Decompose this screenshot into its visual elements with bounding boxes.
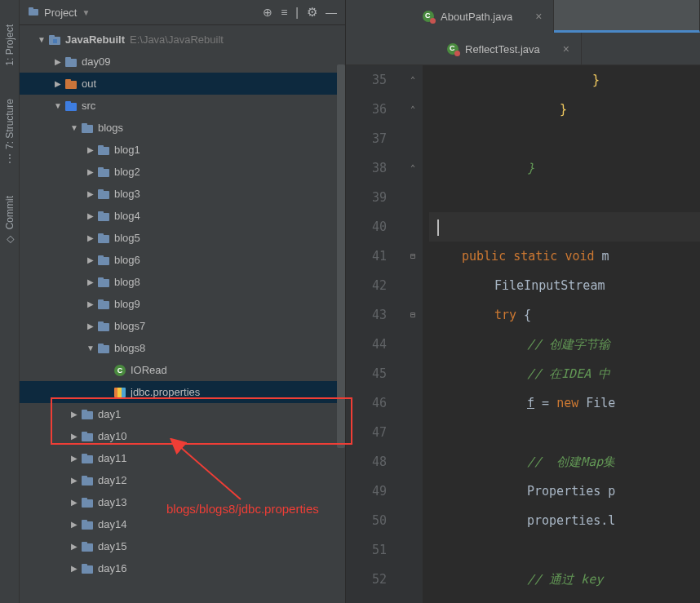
package-icon <box>80 476 95 486</box>
chevron-right-icon: ▶ <box>85 321 96 330</box>
tree-item-label: day15 <box>98 540 126 552</box>
project-view-icon <box>28 6 39 20</box>
tree-item-blog4[interactable]: ▶blog4 <box>20 205 345 227</box>
svg-rect-34 <box>82 410 87 413</box>
svg-rect-4 <box>53 39 57 43</box>
tree-item-label: blog8 <box>114 276 140 288</box>
tree-item-blog9[interactable]: ▶blog9 <box>20 293 345 315</box>
chevron-down-icon: ▼ <box>69 123 80 132</box>
tree-item-day1[interactable]: ▶day1 <box>20 403 345 425</box>
line-number: 49 <box>346 477 387 506</box>
tree-item-day12[interactable]: ▶day12 <box>20 469 345 491</box>
expand-all-icon[interactable]: ≡ <box>281 6 287 19</box>
package-icon <box>80 454 95 463</box>
tree-item-day13[interactable]: ▶day13 <box>20 491 345 513</box>
svg-rect-28 <box>98 299 104 303</box>
code-line: FileInputStream <box>429 271 700 300</box>
tree-item-label: out <box>82 78 96 90</box>
svg-rect-30 <box>98 321 104 325</box>
tree-item-blogs8[interactable]: ▼blogs8 <box>20 337 345 359</box>
tree-item-label: blog9 <box>114 298 140 310</box>
line-number: 40 <box>346 212 387 242</box>
code-line <box>429 418 700 447</box>
tree-root[interactable]: ▼ JavaRebuilt E:\Java\JavaRebuilt <box>20 29 345 51</box>
package-icon <box>80 410 95 419</box>
tree-item-day14[interactable]: ▶day14 <box>20 513 345 535</box>
svg-rect-8 <box>65 79 71 82</box>
code-line <box>429 183 700 212</box>
fold-open-icon[interactable]: ⊟ <box>403 300 423 330</box>
tree-item-label: blog4 <box>114 210 140 222</box>
code-editor[interactable]: 35 36 37 38 39 40 41 42 43 44 45 46 47 4… <box>346 65 700 603</box>
tree-item-blogs7[interactable]: ▶blogs7 <box>20 315 345 337</box>
fold-close-icon[interactable]: ⌃ <box>403 95 423 124</box>
svg-rect-12 <box>82 123 87 126</box>
code-line: try { <box>429 300 700 330</box>
sidebar-tool-commit[interactable]: ◇ Commit <box>4 196 16 245</box>
tree-item-blogs[interactable]: ▼ blogs <box>20 117 345 139</box>
fold-close-icon[interactable]: ⌃ <box>403 153 423 183</box>
svg-rect-32 <box>98 344 104 347</box>
gutter-fold-markers: ⌃ ⌃ ⌃ ⊟ ⊟ <box>403 65 423 603</box>
gutter-line-numbers: 35 36 37 38 39 40 41 42 43 44 45 46 47 4… <box>346 65 403 603</box>
tree-item-label: blogs8 <box>114 342 145 354</box>
code-line: public static void m <box>429 242 700 271</box>
chevron-down-icon[interactable]: ▼ <box>82 8 90 17</box>
tree-item-label: day13 <box>98 496 126 508</box>
tree-item-blog5[interactable]: ▶blog5 <box>20 227 345 249</box>
tree-item-ioread[interactable]: IORead <box>20 359 345 381</box>
tree-item-day11[interactable]: ▶day11 <box>20 447 345 469</box>
line-number: 43 <box>346 300 387 330</box>
tab-label: AboutPath.java <box>441 11 512 23</box>
sidebar-tool-project[interactable]: 1: Project <box>4 24 16 66</box>
scrollbar[interactable] <box>337 64 345 448</box>
tree-item-blog6[interactable]: ▶blog6 <box>20 249 345 271</box>
tab-empty-active[interactable] <box>554 0 700 33</box>
tree-item-day10[interactable]: ▶day10 <box>20 425 345 447</box>
svg-rect-16 <box>98 167 104 171</box>
line-number: 36 <box>346 95 387 124</box>
svg-rect-10 <box>65 101 71 104</box>
tree-item-out[interactable]: ▶ out <box>20 73 345 95</box>
svg-rect-48 <box>82 564 87 567</box>
select-opened-file-icon[interactable]: ⊕ <box>263 6 272 19</box>
fold-close-icon[interactable]: ⌃ <box>403 65 423 95</box>
tree-item-day16[interactable]: ▶day16 <box>20 557 345 579</box>
svg-rect-14 <box>98 145 104 149</box>
tree-item-day15[interactable]: ▶day15 <box>20 535 345 557</box>
tree-item-blog8[interactable]: ▶blog8 <box>20 271 345 293</box>
tree-item-src[interactable]: ▼ src <box>20 95 345 117</box>
fold-open-icon[interactable]: ⊟ <box>403 242 423 271</box>
tab-reflecttest[interactable]: ReflectTest.java × <box>436 33 582 65</box>
tree-item-label: blog2 <box>114 166 140 178</box>
project-header-title[interactable]: Project <box>44 7 77 19</box>
code-content[interactable]: } } } public static void m FileInputStre… <box>423 65 700 603</box>
close-icon[interactable]: × <box>535 10 542 23</box>
line-number: 42 <box>346 271 387 300</box>
code-line <box>429 124 700 153</box>
hide-icon[interactable]: — <box>326 6 337 19</box>
line-number: 35 <box>346 65 387 95</box>
chevron-right-icon: ▶ <box>69 476 80 485</box>
tree-item-blog2[interactable]: ▶blog2 <box>20 161 345 183</box>
chevron-right-icon: ▶ <box>85 145 96 154</box>
tree-item-jdbc-properties[interactable]: jdbc.properties <box>20 381 345 403</box>
tree-item-day09[interactable]: ▶ day09 <box>20 51 345 73</box>
code-line: // 创建字节输 <box>429 330 700 359</box>
sidebar-tool-structure[interactable]: ⋮ 7: Structure <box>4 99 16 163</box>
tab-aboutpath[interactable]: AboutPath.java × <box>411 0 554 33</box>
package-icon <box>80 542 95 552</box>
tree-item-blog1[interactable]: ▶blog1 <box>20 139 345 161</box>
svg-rect-40 <box>82 476 87 479</box>
chevron-right-icon: ▶ <box>69 432 80 441</box>
tree-item-label: blog6 <box>114 254 140 266</box>
gear-icon[interactable]: ⚙ <box>307 5 317 20</box>
svg-rect-18 <box>98 189 104 193</box>
tree-root-path: E:\Java\JavaRebuilt <box>130 33 224 46</box>
code-line: } <box>429 95 700 124</box>
close-icon[interactable]: × <box>563 42 569 55</box>
line-number: 51 <box>346 535 387 565</box>
tree-item-blog3[interactable]: ▶blog3 <box>20 183 345 205</box>
svg-rect-6 <box>65 57 71 60</box>
divider: | <box>295 6 299 19</box>
